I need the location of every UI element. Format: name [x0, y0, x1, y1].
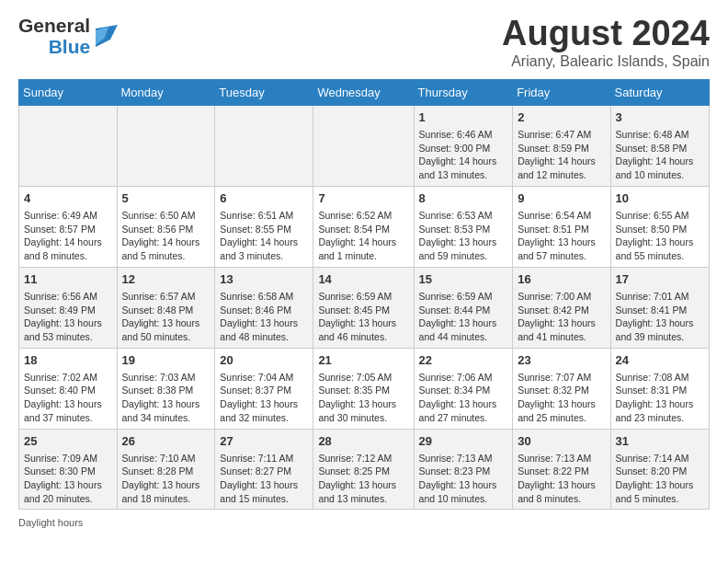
day-info: Daylight: 14 hours	[616, 155, 704, 168]
weekday-header-friday: Friday	[513, 79, 610, 105]
day-info: Sunrise: 7:09 AM	[24, 452, 112, 465]
page-header: General Blue August 2024 Ariany, Baleari…	[18, 15, 710, 70]
day-info: and 10 minutes.	[419, 492, 508, 506]
day-info: Sunset: 8:53 PM	[419, 223, 508, 236]
day-info: Daylight: 13 hours	[419, 316, 508, 330]
day-info: Sunset: 8:27 PM	[220, 465, 308, 478]
day-info: Daylight: 13 hours	[419, 236, 508, 249]
day-info: Sunrise: 6:50 AM	[122, 209, 210, 223]
day-number: 18	[24, 352, 112, 369]
calendar-row-0: 1Sunrise: 6:46 AMSunset: 9:00 PMDaylight…	[19, 105, 710, 186]
day-info: Sunrise: 6:59 AM	[318, 290, 408, 304]
day-info: Sunrise: 7:14 AM	[616, 452, 704, 465]
day-info: and 18 minutes.	[122, 492, 210, 506]
day-info: and 34 minutes.	[122, 411, 210, 425]
day-info: Sunrise: 6:52 AM	[318, 209, 408, 223]
calendar-cell: 16Sunrise: 7:00 AMSunset: 8:42 PMDayligh…	[513, 267, 610, 348]
day-info: Sunrise: 7:02 AM	[24, 371, 112, 385]
day-info: Sunrise: 6:46 AM	[419, 128, 508, 142]
day-info: Sunset: 8:54 PM	[318, 223, 408, 236]
day-info: and 1 minute.	[318, 249, 408, 263]
day-number: 17	[616, 271, 704, 288]
day-info: Daylight: 13 hours	[318, 397, 408, 411]
day-info: and 10 minutes.	[616, 168, 704, 182]
day-info: Sunset: 8:20 PM	[616, 465, 704, 478]
calendar-cell: 15Sunrise: 6:59 AMSunset: 8:44 PMDayligh…	[414, 267, 513, 348]
day-info: and 15 minutes.	[220, 492, 308, 506]
day-number: 27	[220, 433, 308, 450]
day-info: Daylight: 13 hours	[24, 478, 112, 492]
footer: Daylight hours	[18, 517, 710, 528]
daylight-label: Daylight hours	[18, 517, 83, 528]
day-number: 21	[318, 352, 408, 369]
day-number: 10	[616, 190, 704, 207]
day-info: Sunset: 8:50 PM	[616, 223, 704, 236]
day-info: Daylight: 13 hours	[24, 397, 112, 411]
calendar-cell: 20Sunrise: 7:04 AMSunset: 8:37 PMDayligh…	[215, 348, 313, 429]
logo-blue: Blue	[49, 36, 91, 57]
day-info: Daylight: 13 hours	[318, 316, 408, 330]
month-title: August 2024	[502, 15, 710, 53]
day-info: and 44 minutes.	[419, 330, 508, 344]
day-number: 4	[24, 190, 112, 207]
day-info: and 39 minutes.	[616, 330, 704, 344]
calendar-cell: 13Sunrise: 6:58 AMSunset: 8:46 PMDayligh…	[215, 267, 313, 348]
day-number: 19	[122, 352, 210, 369]
calendar-cell: 12Sunrise: 6:57 AMSunset: 8:48 PMDayligh…	[117, 267, 215, 348]
day-info: and 59 minutes.	[419, 249, 508, 263]
day-number: 31	[616, 433, 704, 450]
location-title: Ariany, Balearic Islands, Spain	[502, 53, 710, 70]
day-info: Sunrise: 7:01 AM	[616, 290, 704, 304]
day-info: Daylight: 14 hours	[220, 236, 308, 249]
day-info: Sunrise: 6:48 AM	[616, 128, 704, 142]
day-number: 5	[122, 190, 210, 207]
day-info: Daylight: 14 hours	[518, 155, 605, 168]
day-info: Daylight: 13 hours	[122, 478, 210, 492]
calendar-cell: 10Sunrise: 6:55 AMSunset: 8:50 PMDayligh…	[610, 186, 709, 267]
calendar-cell: 7Sunrise: 6:52 AMSunset: 8:54 PMDaylight…	[313, 186, 414, 267]
day-info: Daylight: 13 hours	[518, 478, 605, 492]
calendar-row-3: 18Sunrise: 7:02 AMSunset: 8:40 PMDayligh…	[19, 348, 710, 429]
day-info: and 30 minutes.	[318, 411, 408, 425]
calendar-cell: 9Sunrise: 6:54 AMSunset: 8:51 PMDaylight…	[513, 186, 610, 267]
day-info: Daylight: 13 hours	[419, 478, 508, 492]
day-number: 28	[318, 433, 408, 450]
day-number: 25	[24, 433, 112, 450]
weekday-header-wednesday: Wednesday	[313, 79, 414, 105]
day-info: Daylight: 13 hours	[318, 478, 408, 492]
day-info: Sunrise: 6:55 AM	[616, 209, 704, 223]
day-info: and 5 minutes.	[122, 249, 210, 263]
logo: General Blue	[18, 15, 118, 57]
day-info: Sunrise: 7:07 AM	[518, 371, 605, 385]
calendar-table: SundayMondayTuesdayWednesdayThursdayFrid…	[18, 79, 710, 511]
calendar-cell: 11Sunrise: 6:56 AMSunset: 8:49 PMDayligh…	[19, 267, 118, 348]
day-info: Sunrise: 6:56 AM	[24, 290, 112, 304]
day-info: Sunrise: 7:08 AM	[616, 371, 704, 385]
day-number: 9	[518, 190, 605, 207]
day-number: 7	[318, 190, 408, 207]
day-info: and 8 minutes.	[518, 492, 605, 506]
day-info: Sunrise: 7:13 AM	[518, 452, 605, 465]
day-info: Daylight: 13 hours	[616, 397, 704, 411]
day-info: Daylight: 13 hours	[419, 397, 508, 411]
day-info: Sunset: 8:57 PM	[24, 223, 112, 236]
day-info: and 50 minutes.	[122, 330, 210, 344]
day-info: Sunset: 8:46 PM	[220, 304, 308, 317]
calendar-cell: 29Sunrise: 7:13 AMSunset: 8:23 PMDayligh…	[414, 429, 513, 510]
day-info: Sunset: 8:23 PM	[419, 465, 508, 478]
day-info: Sunset: 8:45 PM	[318, 304, 408, 317]
calendar-cell: 8Sunrise: 6:53 AMSunset: 8:53 PMDaylight…	[414, 186, 513, 267]
day-number: 26	[122, 433, 210, 450]
day-info: and 32 minutes.	[220, 411, 308, 425]
day-info: and 8 minutes.	[24, 249, 112, 263]
day-number: 22	[419, 352, 508, 369]
day-number: 2	[518, 109, 605, 126]
day-info: Daylight: 14 hours	[318, 236, 408, 249]
day-info: Sunset: 8:25 PM	[318, 465, 408, 478]
calendar-cell: 2Sunrise: 6:47 AMSunset: 8:59 PMDaylight…	[513, 105, 610, 186]
day-info: Daylight: 13 hours	[518, 316, 605, 330]
day-info: and 41 minutes.	[518, 330, 605, 344]
day-number: 29	[419, 433, 508, 450]
day-info: Sunset: 8:51 PM	[518, 223, 605, 236]
day-number: 15	[419, 271, 508, 288]
